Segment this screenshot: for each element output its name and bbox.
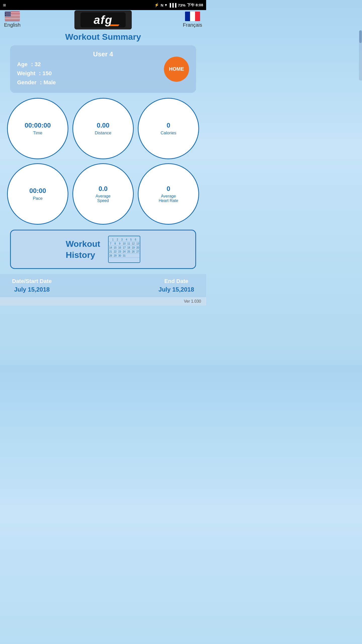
- svg-text:10: 10: [123, 242, 126, 245]
- signal-icon: ▐▐▐: [168, 3, 176, 7]
- stat-calories[interactable]: 0 Calories: [138, 98, 199, 159]
- end-date-value: July 15,2018: [159, 286, 194, 293]
- language-english[interactable]: ★★★★★★ ★★★★★ ★★★★★★ ★★★★★ English: [4, 12, 21, 28]
- stat-calories-value: 0: [167, 122, 170, 129]
- svg-text:28: 28: [109, 254, 112, 257]
- flag-usa: ★★★★★★ ★★★★★ ★★★★★★ ★★★★★: [5, 12, 20, 21]
- user-age: Age ：32: [17, 61, 189, 68]
- svg-text:7: 7: [110, 242, 111, 245]
- svg-rect-4: [5, 17, 20, 17]
- stat-time-value: 00:00:00: [25, 122, 51, 129]
- svg-text:16: 16: [118, 246, 121, 249]
- stat-pace[interactable]: 00:00 Pace: [7, 163, 68, 225]
- app-icon: ⊞: [3, 3, 6, 7]
- svg-text:29: 29: [114, 254, 117, 257]
- svg-text:4: 4: [126, 238, 127, 241]
- svg-text:18: 18: [127, 246, 130, 249]
- end-date-header: End Date: [164, 278, 188, 285]
- stat-pace-value: 00:00: [29, 187, 46, 195]
- svg-text:20: 20: [136, 246, 139, 249]
- svg-text:23: 23: [118, 250, 121, 253]
- stat-avg-speed[interactable]: 0.0 AverageSpeed: [72, 163, 134, 225]
- date-section: Date/Start Date July 15,2018 End Date Ju…: [0, 274, 206, 297]
- svg-text:22: 22: [114, 250, 117, 253]
- svg-text:30: 30: [118, 254, 121, 257]
- stat-avg-speed-value: 0.0: [99, 185, 108, 193]
- svg-text:25: 25: [127, 250, 130, 253]
- stat-distance-label: Distance: [95, 131, 111, 136]
- time-display: 下午 8:08: [187, 3, 203, 8]
- svg-text:★★★★★: ★★★★★: [6, 15, 11, 16]
- svg-text:15: 15: [114, 246, 117, 249]
- svg-text:6: 6: [135, 238, 136, 241]
- user-info: User 4 Age ：32 Weight ：150 Gender ：Male: [17, 50, 189, 86]
- svg-text:5: 5: [130, 238, 132, 241]
- svg-rect-6: [5, 20, 20, 20]
- svg-text:26: 26: [132, 250, 135, 253]
- svg-text:13: 13: [136, 242, 139, 245]
- footer: Ver 1.030: [0, 297, 206, 306]
- svg-text:14: 14: [109, 246, 112, 249]
- svg-text:3: 3: [121, 238, 123, 241]
- page-title: Workout Summary: [0, 32, 206, 42]
- english-label: English: [4, 22, 21, 28]
- stat-pace-label: Pace: [33, 196, 43, 201]
- calendar-icon: 123456 78910111213 14151617181920 212223…: [108, 235, 141, 263]
- svg-text:11: 11: [127, 242, 130, 245]
- francais-label: Français: [183, 22, 202, 28]
- stat-time-label: Time: [33, 131, 42, 136]
- stat-distance[interactable]: 0.00 Distance: [72, 98, 134, 159]
- flag-france: [185, 12, 200, 21]
- battery-level: 73%: [178, 3, 186, 7]
- start-date-header: Date/Start Date: [12, 278, 52, 285]
- workout-history-label: WorkoutHistory: [66, 238, 100, 260]
- user-weight: Weight ：150: [17, 70, 189, 77]
- svg-text:31: 31: [123, 254, 126, 257]
- afg-logo: afg: [74, 10, 132, 29]
- svg-marker-14: [109, 24, 119, 26]
- stat-avg-heart-rate[interactable]: 0 AverageHeart Rate: [138, 163, 199, 225]
- stats-grid: 00:00:00 Time 0.00 Distance 0 Calories 0…: [0, 98, 206, 225]
- bluetooth-icon: ⚡: [154, 3, 159, 7]
- nfc-icon: N: [161, 3, 163, 7]
- status-left-icons: ⊞: [3, 3, 6, 7]
- stat-calories-label: Calories: [161, 131, 176, 136]
- svg-text:24: 24: [123, 250, 126, 253]
- user-gender: Gender ：Male: [17, 79, 189, 86]
- user-name: User 4: [17, 50, 189, 58]
- svg-text:2: 2: [117, 238, 118, 241]
- start-date-col: Date/Start Date July 15,2018: [12, 278, 52, 293]
- stat-time[interactable]: 00:00:00 Time: [7, 98, 68, 159]
- status-bar: ⊞ ⚡ N ▾ ▐▐▐ 73% 下午 8:08: [0, 0, 206, 10]
- status-right-info: ⚡ N ▾ ▐▐▐ 73% 下午 8:08: [154, 3, 203, 8]
- svg-text:21: 21: [109, 250, 112, 253]
- svg-text:9: 9: [119, 242, 120, 245]
- svg-rect-5: [5, 18, 20, 19]
- start-date-value: July 15,2018: [14, 286, 50, 293]
- stat-distance-value: 0.00: [97, 122, 110, 129]
- svg-text:19: 19: [132, 246, 135, 249]
- stat-avg-speed-label: AverageSpeed: [96, 194, 110, 203]
- workout-history-button[interactable]: WorkoutHistory 123456 78910111213 141516…: [10, 230, 196, 269]
- svg-text:27: 27: [136, 250, 139, 253]
- language-francais[interactable]: Français: [183, 12, 202, 28]
- stat-avg-heart-rate-value: 0: [167, 185, 170, 193]
- svg-text:12: 12: [132, 242, 135, 245]
- wifi-icon: ▾: [165, 3, 167, 7]
- version-text: Ver 1.030: [184, 299, 201, 304]
- svg-text:1: 1: [112, 238, 114, 241]
- end-date-col: End Date July 15,2018: [159, 278, 194, 293]
- afg-logo-svg: afg: [80, 12, 126, 27]
- stat-avg-heart-rate-label: AverageHeart Rate: [159, 194, 178, 203]
- svg-text:afg: afg: [94, 13, 113, 26]
- svg-text:17: 17: [123, 246, 126, 249]
- user-card: User 4 Age ：32 Weight ：150 Gender ：Male …: [10, 45, 196, 93]
- svg-text:8: 8: [114, 242, 116, 245]
- home-button[interactable]: HOME: [164, 57, 189, 82]
